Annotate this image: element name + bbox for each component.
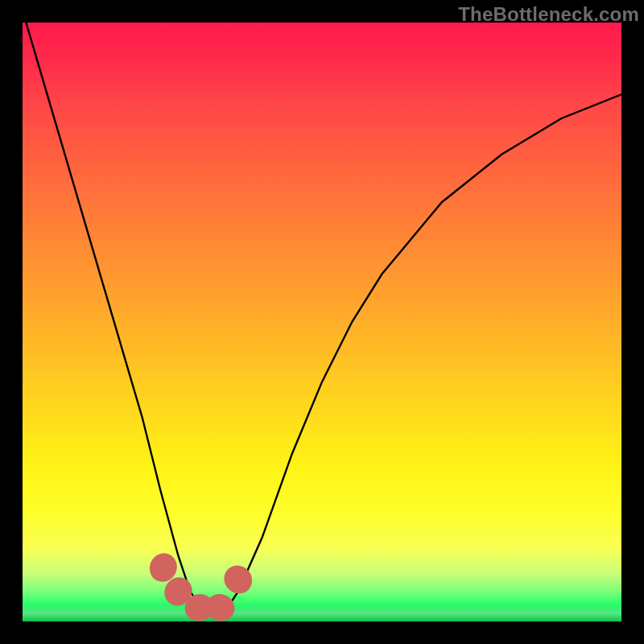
curve-marker xyxy=(218,559,258,599)
plot-area xyxy=(23,23,621,621)
marker-group xyxy=(145,549,258,625)
chart-svg xyxy=(23,23,621,621)
bottleneck-curve xyxy=(23,10,621,616)
chart-frame: TheBottleneck.com xyxy=(0,0,644,644)
curve-marker xyxy=(203,591,237,625)
attribution-text: TheBottleneck.com xyxy=(458,3,639,26)
